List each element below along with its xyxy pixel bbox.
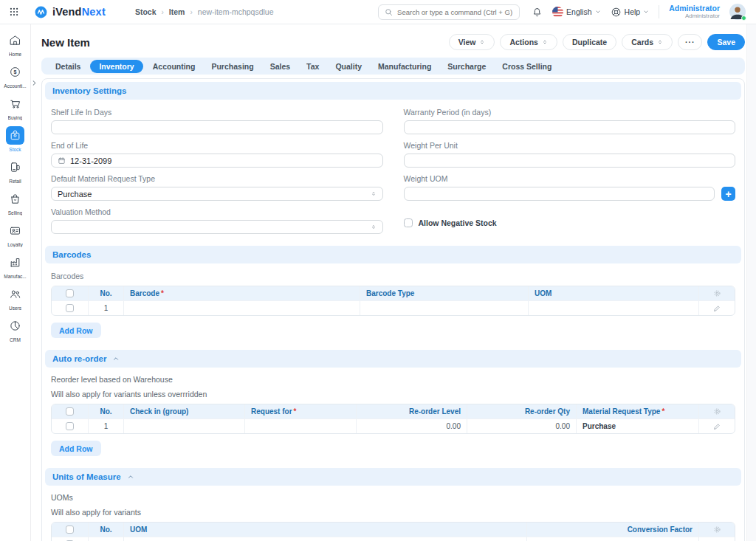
material-request-type-select[interactable]: Purchase xyxy=(51,187,383,201)
check-in-group-cell[interactable] xyxy=(124,418,245,433)
col-uom: UOM xyxy=(124,523,527,537)
tab-surcharge[interactable]: Surcharge xyxy=(441,60,492,73)
language-selector[interactable]: English xyxy=(552,7,600,18)
stock-case-icon xyxy=(6,126,24,145)
notifications-bell-icon[interactable] xyxy=(532,7,543,18)
select-all-checkbox[interactable] xyxy=(66,407,74,416)
sidebar-item-crm[interactable]: CRM xyxy=(0,317,30,342)
end-of-life-input[interactable]: 12-31-2099 xyxy=(51,154,383,168)
cards-button[interactable]: Cards xyxy=(622,34,673,50)
chevrons-updown-icon xyxy=(657,38,663,46)
sidebar-item-retail[interactable]: Retail xyxy=(0,158,30,184)
tab-accounting[interactable]: Accounting xyxy=(146,60,202,73)
user-menu[interactable]: Administrator Administrator xyxy=(669,4,720,19)
reorder-level-cell[interactable]: 0.00 xyxy=(357,418,467,433)
reorder-add-row-button[interactable]: Add Row xyxy=(51,441,101,456)
shelf-life-input[interactable] xyxy=(51,120,383,134)
tab-quality[interactable]: Quality xyxy=(329,60,368,73)
edit-row-pencil-icon[interactable] xyxy=(713,305,721,312)
chevron-down-icon xyxy=(643,9,649,15)
grid-settings-gear-icon[interactable] xyxy=(713,526,721,534)
row-index: 1 xyxy=(89,537,124,541)
collapse-section-icon[interactable] xyxy=(127,473,134,480)
sidebar: Home $ Accounti... Buying Stock Retail S… xyxy=(0,24,31,541)
valuation-method-select[interactable] xyxy=(51,220,383,234)
users-icon xyxy=(6,285,24,303)
help-menu[interactable]: Help xyxy=(611,7,650,18)
help-label: Help xyxy=(625,7,641,16)
user-avatar[interactable] xyxy=(729,4,746,20)
home-icon xyxy=(6,31,24,49)
chevron-down-icon xyxy=(595,9,601,15)
tab-manufacturing[interactable]: Manufacturing xyxy=(371,60,438,73)
tab-sales[interactable]: Sales xyxy=(264,60,297,73)
grid-settings-gear-icon[interactable] xyxy=(713,407,721,416)
sidebar-item-manufacturing[interactable]: Manufac... xyxy=(0,253,30,279)
sidebar-item-stock[interactable]: Stock xyxy=(0,126,30,152)
conversion-factor-cell[interactable]: 0.00 xyxy=(527,537,699,541)
barcode-type-cell[interactable] xyxy=(360,300,529,315)
add-weight-uom-button[interactable]: + xyxy=(721,187,735,201)
actions-button[interactable]: Actions xyxy=(500,34,557,50)
breadcrumb-current: new-item-mchpqsdlue xyxy=(198,7,274,16)
global-search[interactable] xyxy=(378,4,520,20)
duplicate-button[interactable]: Duplicate xyxy=(563,34,616,50)
uom-cell[interactable] xyxy=(529,300,699,315)
sidebar-item-home[interactable]: Home xyxy=(0,31,30,57)
sidebar-item-selling[interactable]: Selling xyxy=(0,190,30,216)
tab-details[interactable]: Details xyxy=(49,60,87,73)
sidebar-item-buying[interactable]: Buying xyxy=(0,94,30,120)
view-button[interactable]: View xyxy=(449,34,495,50)
reorder-desc-1: Reorder level based on Warehouse xyxy=(51,375,735,384)
sidebar-item-loyalty[interactable]: Loyalty xyxy=(0,221,30,247)
col-material-request-type: Material Request Type* xyxy=(577,404,699,418)
breadcrumb-stock[interactable]: Stock xyxy=(135,7,157,16)
breadcrumb: Stock › Item › new-item-mchpqsdlue xyxy=(135,7,274,16)
weight-per-unit-input[interactable] xyxy=(404,154,736,168)
reorder-qty-cell[interactable]: 0.00 xyxy=(467,418,577,433)
tab-inventory[interactable]: Inventory xyxy=(90,60,142,73)
more-menu-button[interactable]: ··· xyxy=(678,34,703,50)
request-for-cell[interactable] xyxy=(245,418,357,433)
row-checkbox[interactable] xyxy=(66,422,74,430)
search-icon xyxy=(385,8,393,16)
tab-tax[interactable]: Tax xyxy=(300,60,326,73)
tab-cross-selling[interactable]: Cross Selling xyxy=(495,60,558,73)
scrollbar-track[interactable] xyxy=(746,24,756,541)
app-logo[interactable]: iVendNext xyxy=(34,5,106,19)
grid-settings-gear-icon[interactable] xyxy=(713,289,721,297)
sidebar-item-accounting[interactable]: $ Accounti... xyxy=(0,63,30,89)
collapse-section-icon[interactable] xyxy=(112,355,120,362)
barcode-cell[interactable] xyxy=(124,300,360,315)
select-all-checkbox[interactable] xyxy=(66,289,74,297)
edit-row-pencil-icon[interactable] xyxy=(713,423,721,430)
row-checkbox[interactable] xyxy=(66,304,74,312)
col-reorder-qty: Re-order Qty xyxy=(467,404,577,418)
warranty-period-label: Warranty Period (in days) xyxy=(404,108,736,117)
col-no: No. xyxy=(89,523,124,537)
allow-negative-stock-checkbox[interactable]: Allow Negative Stock xyxy=(404,218,736,227)
apps-grid-icon[interactable] xyxy=(9,7,19,17)
warranty-period-input[interactable] xyxy=(404,120,736,134)
sidebar-item-users[interactable]: Users xyxy=(0,285,30,311)
end-of-life-label: End of Life xyxy=(51,141,383,150)
select-all-checkbox[interactable] xyxy=(66,526,74,534)
save-button[interactable]: Save xyxy=(707,34,745,50)
expand-sidebar-icon[interactable] xyxy=(30,79,38,87)
app-window: iVendNext Stock › Item › new-item-mchpqs… xyxy=(0,0,756,541)
material-request-type-cell[interactable]: Purchase xyxy=(577,418,699,433)
tab-purchasing[interactable]: Purchasing xyxy=(205,60,260,73)
weight-uom-input[interactable] xyxy=(404,187,715,201)
chevrons-updown-icon xyxy=(371,190,377,198)
uoms-row-1: 1 0.00 xyxy=(52,537,735,541)
barcodes-add-row-button[interactable]: Add Row xyxy=(51,323,101,338)
logo-text: iVendNext xyxy=(52,6,106,18)
uom-cell[interactable] xyxy=(124,537,527,541)
row-index: 1 xyxy=(89,300,124,315)
help-lifebuoy-icon xyxy=(611,7,622,18)
logo-mark-icon xyxy=(34,5,48,19)
breadcrumb-item[interactable]: Item xyxy=(169,7,185,16)
search-input[interactable] xyxy=(397,8,513,16)
reorder-table: No. Check in (group) Request for* Re-ord… xyxy=(51,404,735,434)
barcodes-row-1: 1 xyxy=(52,300,735,315)
